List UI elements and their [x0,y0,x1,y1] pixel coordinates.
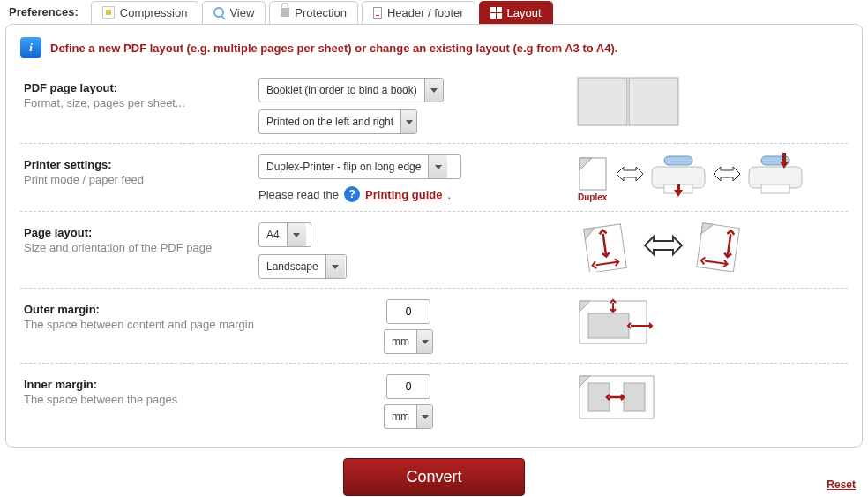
section-printer: Printer settings: Print mode / paper fee… [20,144,848,212]
inner-margin-unit-select[interactable]: mm [384,404,433,429]
tab-label: View [229,6,254,19]
section-subtitle: Format, size, pages per sheet... [24,96,258,109]
preview-printer: Duplex [558,153,848,202]
layout-type-select[interactable]: Booklet (in order to bind a book) [258,78,444,102]
page-size-select[interactable]: A4 [258,222,311,247]
section-subtitle: The space between content and page margi… [24,318,258,331]
tab-compression[interactable]: Compression [91,1,199,24]
section-labels: Printer settings: Print mode / paper fee… [20,153,258,186]
preview-inner-margin [558,373,848,422]
tab-label: Protection [295,6,347,19]
svg-rect-12 [588,313,629,338]
section-title: Outer margin: [24,303,258,316]
chevron-down-icon [428,155,447,178]
section-title: Page layout: [24,226,258,239]
section-page-layout: Page layout: Size and orientation of the… [20,212,848,289]
convert-button[interactable]: Convert [343,458,524,496]
info-text: Define a new PDF layout (e.g. multiple p… [50,41,617,55]
booklet-icon [576,76,682,127]
printing-guide-link[interactable]: Printing guide [365,188,442,201]
select-value: A4 [259,229,287,241]
printer-mode-select[interactable]: Duplex-Printer - flip on long edge [258,154,461,179]
section-labels: Inner margin: The space between the page… [20,373,258,406]
select-value: mm [385,335,416,348]
section-controls: Booklet (in order to bind a book) Printe… [258,76,558,134]
orientation-illustration [576,221,761,272]
section-controls: mm [258,373,558,429]
svg-rect-4 [664,156,692,165]
preview-outer-margin [558,297,848,347]
svg-rect-0 [578,78,627,125]
preferences-label: Preferences: [5,0,82,24]
tab-protection[interactable]: Protection [269,1,358,24]
preview-orientation [558,221,848,272]
grid-icon [490,7,502,19]
lock-icon [281,8,289,17]
section-title: Inner margin: [24,378,258,391]
tab-layout[interactable]: Layout [479,1,553,24]
footer: Convert Reset [0,448,868,497]
duplex-label: Duplex [578,192,608,202]
tab-label: Compression [120,6,188,19]
chevron-down-icon [400,110,416,133]
compression-icon [102,6,115,19]
chevron-down-icon [416,405,432,428]
select-value: Printed on the left and right [259,116,400,128]
tab-header-footer[interactable]: Header / footer [362,1,475,24]
magnify-icon [213,7,224,18]
section-inner-margin: Inner margin: The space between the page… [20,364,848,438]
printing-guide-hint: Please read the ? Printing guide. [258,186,558,202]
section-controls: Duplex-Printer - flip on long edge Pleas… [258,153,558,202]
svg-rect-8 [761,184,789,193]
svg-rect-1 [629,78,678,125]
section-subtitle: Size and orientation of the PDF page [24,241,258,254]
section-title: PDF page layout: [24,81,258,94]
hint-prefix: Please read the [258,188,339,201]
section-subtitle: The space between the pages [24,393,258,406]
section-pdf-layout: PDF page layout: Format, size, pages per… [20,67,848,144]
printer-illustration: Duplex [576,153,841,202]
section-subtitle: Print mode / paper feed [24,173,258,186]
section-outer-margin: Outer margin: The space between content … [20,289,848,364]
inner-margin-input[interactable] [386,374,430,399]
outer-margin-unit-select[interactable]: mm [384,329,433,354]
section-labels: Page layout: Size and orientation of the… [20,221,258,254]
info-row: i Define a new PDF layout (e.g. multiple… [20,37,848,58]
help-icon[interactable]: ? [344,186,360,202]
preview-booklet [558,76,848,127]
outer-margin-illustration [576,297,673,347]
section-title: Printer settings: [24,158,258,171]
section-labels: Outer margin: The space between content … [20,297,258,331]
chevron-down-icon [416,330,432,353]
orientation-select[interactable]: Landscape [258,254,347,279]
chevron-down-icon [326,255,345,278]
info-icon: i [20,37,41,58]
section-labels: PDF page layout: Format, size, pages per… [20,76,258,109]
select-value: Booklet (in order to bind a book) [259,84,424,96]
select-value: mm [385,410,416,423]
select-value: Landscape [259,260,326,273]
tab-label: Layout [507,6,542,19]
hint-suffix: . [447,188,451,201]
tabs-row: Preferences: Compression View Protection… [0,0,868,24]
svg-rect-15 [624,383,645,411]
page-icon [373,7,382,19]
tab-label: Header / footer [387,6,464,19]
select-value: Duplex-Printer - flip on long edge [259,161,428,173]
tab-view[interactable]: View [202,1,266,24]
chevron-down-icon [287,223,306,246]
reset-link[interactable]: Reset [827,478,856,491]
chevron-down-icon [424,79,443,102]
section-controls: mm [258,297,558,354]
section-controls: A4 Landscape [258,221,558,279]
preferences-panel: i Define a new PDF layout (e.g. multiple… [5,24,863,448]
outer-margin-input[interactable] [386,299,430,324]
inner-margin-illustration [576,373,673,422]
print-side-select[interactable]: Printed on the left and right [258,109,417,134]
